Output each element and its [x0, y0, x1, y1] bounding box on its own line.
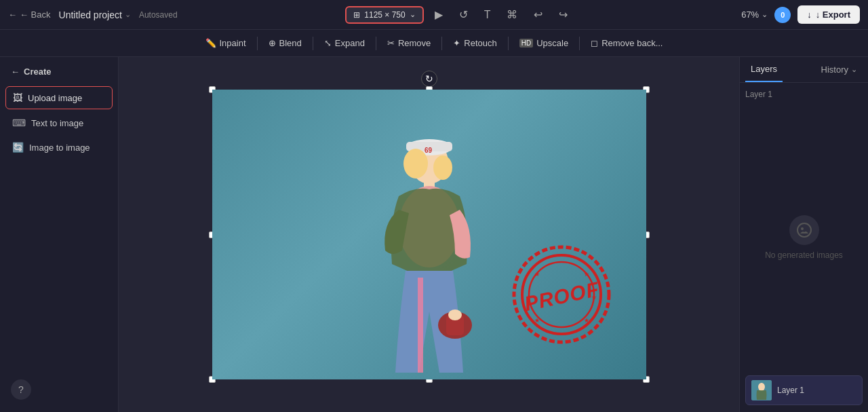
hd-icon: HD [519, 39, 533, 48]
export-button[interactable]: ↓ ↓ Export [797, 5, 860, 24]
chevron-down-icon: ⌄ [125, 10, 131, 19]
upscale-label: Upscale [536, 38, 568, 48]
create-label: Create [24, 67, 51, 77]
svg-text:PROOF: PROOF [522, 278, 601, 315]
text-tool-button[interactable]: T [479, 6, 496, 24]
remove-label: Remove [398, 38, 431, 48]
remove-icon: ✂ [387, 38, 395, 48]
badge-count: 0 [781, 11, 785, 19]
retouch-button[interactable]: ✦ Retouch [446, 35, 503, 52]
canvas-icon: ⊞ [353, 10, 360, 20]
sidebar: ← Create 🖼 Upload image ⌨ Text to image … [0, 57, 119, 412]
inpaint-button[interactable]: ✏️ Inpaint [199, 35, 253, 52]
canvas-wrapper: ↻ 69 [212, 90, 646, 379]
main-content: ← Create 🖼 Upload image ⌨ Text to image … [0, 57, 868, 412]
svg-point-5 [433, 155, 452, 180]
chevron-down-icon: ⌄ [851, 65, 857, 74]
tab-history[interactable]: History ⌄ [816, 58, 863, 81]
export-label: ↓ Export [816, 10, 850, 20]
zoom-control[interactable]: 67% ⌄ [741, 10, 768, 20]
undo-button[interactable]: ↩ [528, 5, 548, 24]
panel-tabs: Layers History ⌄ [740, 57, 868, 83]
project-name[interactable]: Untitled project ⌄ [59, 10, 131, 20]
rotate-handle[interactable]: ↻ [421, 71, 437, 87]
download-icon: ↓ [807, 10, 812, 20]
play-button[interactable]: ▶ [429, 5, 448, 24]
sidebar-item-image-to-image[interactable]: 🔄 Image to image [5, 136, 113, 158]
inpaint-label: Inpaint [220, 38, 246, 48]
chevron-down-icon: ⌄ [762, 10, 768, 19]
separator [441, 37, 442, 50]
rotate-button[interactable]: ↺ [454, 5, 473, 24]
blend-icon: ⊕ [269, 38, 276, 48]
svg-point-25 [758, 383, 765, 391]
svg-point-11 [448, 310, 462, 320]
layers-tab-label: Layers [751, 64, 777, 74]
right-panel: Layers History ⌄ Layer 1 No generat [739, 57, 868, 412]
canvas-area[interactable]: ↻ 69 [119, 57, 739, 412]
separator [313, 37, 313, 50]
project-name-text: Untitled project [59, 10, 122, 20]
tab-layers[interactable]: Layers [745, 57, 783, 82]
sidebar-item-upload-image[interactable]: 🖼 Upload image [5, 86, 113, 109]
topbar-left: ← ← Back Untitled project ⌄ Autosaved [8, 10, 178, 20]
svg-point-22 [797, 223, 811, 237]
svg-rect-8 [418, 278, 423, 373]
link-button[interactable]: ⌘ [501, 5, 523, 24]
svg-text:★: ★ [534, 317, 540, 324]
no-images-area: No generated images [745, 105, 863, 370]
svg-text:★: ★ [584, 271, 589, 278]
svg-text:★: ★ [584, 317, 589, 324]
photo-background: 69 [212, 90, 646, 379]
svg-point-4 [403, 149, 428, 179]
toolbar: ✏️ Inpaint ⊕ Blend ⤡ Expand ✂ Remove ✦ R… [0, 30, 868, 57]
topbar-center: ⊞ 1125 × 750 ⌄ ▶ ↺ T ⌘ ↩ ↪ [345, 5, 573, 24]
remove-back-label: Remove back... [601, 38, 663, 48]
layer-thumbnail-item[interactable]: Layer 1 [745, 375, 863, 405]
canvas-size-text: 1125 × 750 [364, 10, 405, 20]
topbar-right: 67% ⌄ 0 ↓ ↓ Export [741, 5, 860, 24]
redo-button[interactable]: ↪ [553, 5, 573, 24]
separator [257, 37, 258, 50]
separator [579, 37, 580, 50]
upload-image-label: Upload image [28, 93, 82, 103]
no-images-text: No generated images [765, 250, 843, 260]
back-button[interactable]: ← ← Back [8, 10, 51, 20]
upscale-button[interactable]: HD Upscale [513, 35, 575, 52]
image-to-image-label: Image to image [29, 143, 90, 153]
proof-stamp: ★ ★ ★ ★ ★ ★ PROOF [511, 244, 606, 339]
layer-section-header: Layer 1 [745, 90, 863, 99]
remove-button[interactable]: ✂ Remove [380, 35, 437, 52]
chevron-down-icon: ⌄ [410, 10, 416, 19]
layer-name: Layer 1 [745, 90, 772, 99]
retouch-label: Retouch [464, 38, 496, 48]
help-button[interactable]: ? [11, 379, 31, 400]
image-placeholder-icon [796, 222, 812, 238]
sidebar-item-text-to-image[interactable]: ⌨ Text to image [5, 112, 113, 134]
autosaved-label: Autosaved [139, 10, 178, 20]
layer-thumbnail-image [751, 380, 772, 400]
back-label: ← Back [20, 10, 51, 20]
history-tab-label: History [821, 64, 848, 75]
back-arrow: ← [8, 10, 17, 20]
expand-label: Expand [335, 38, 365, 48]
panel-content: Layer 1 No generated images [740, 83, 868, 412]
canvas-size-button[interactable]: ⊞ 1125 × 750 ⌄ [345, 6, 423, 24]
blend-label: Blend [279, 38, 302, 48]
text-to-image-label: Text to image [31, 118, 83, 128]
layer-preview-icon [751, 380, 772, 400]
separator [376, 37, 376, 50]
svg-point-23 [801, 227, 804, 230]
woman-figure: 69 [355, 115, 504, 379]
inpaint-icon: ✏️ [205, 38, 216, 48]
blend-button[interactable]: ⊕ Blend [262, 35, 309, 52]
remove-back-button[interactable]: ◻ Remove back... [584, 35, 669, 52]
canvas-image: 69 [212, 90, 646, 379]
notification-badge[interactable]: 0 [774, 7, 791, 23]
layer-thumb-label: Layer 1 [777, 386, 804, 395]
expand-button[interactable]: ⤡ Expand [317, 35, 372, 52]
zoom-level: 67% [741, 10, 759, 20]
topbar: ← ← Back Untitled project ⌄ Autosaved ⊞ … [0, 0, 868, 30]
image-image-icon: 🔄 [12, 142, 24, 153]
expand-icon: ⤡ [324, 38, 332, 48]
